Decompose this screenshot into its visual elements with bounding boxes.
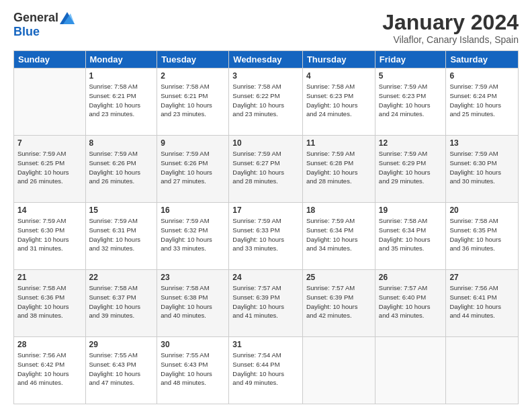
day-number: 22 [89,273,154,282]
day-number: 15 [89,205,154,215]
calendar-cell: 31Sunrise: 7:54 AM Sunset: 6:44 PM Dayli… [229,337,303,404]
day-number: 6 [449,71,515,81]
calendar-cell [14,68,86,136]
day-number: 11 [306,138,371,148]
calendar-header-wednesday: Wednesday [229,51,303,68]
day-detail: Sunrise: 7:55 AM Sunset: 6:43 PM Dayligh… [89,351,154,387]
month-year: January 2024 [382,11,519,34]
day-detail: Sunrise: 7:59 AM Sunset: 6:27 PM Dayligh… [232,149,299,186]
calendar-cell: 19Sunrise: 7:58 AM Sunset: 6:34 PM Dayli… [375,203,446,270]
day-detail: Sunrise: 7:58 AM Sunset: 6:23 PM Dayligh… [306,82,371,119]
day-number: 29 [89,340,154,349]
calendar-cell: 4Sunrise: 7:58 AM Sunset: 6:23 PM Daylig… [302,68,375,136]
day-detail: Sunrise: 7:59 AM Sunset: 6:30 PM Dayligh… [449,149,515,186]
calendar-header-row: SundayMondayTuesdayWednesdayThursdayFrid… [14,51,519,68]
day-number: 16 [161,205,225,215]
calendar-cell: 10Sunrise: 7:59 AM Sunset: 6:27 PM Dayli… [229,136,303,203]
day-number: 5 [379,71,443,81]
day-number: 24 [232,273,299,282]
day-detail: Sunrise: 7:59 AM Sunset: 6:25 PM Dayligh… [17,149,82,186]
calendar-header-saturday: Saturday [446,51,519,68]
title-block: January 2024 Vilaflor, Canary Islands, S… [382,11,519,45]
calendar-week-row: 28Sunrise: 7:56 AM Sunset: 6:42 PM Dayli… [14,337,519,404]
day-detail: Sunrise: 7:57 AM Sunset: 6:39 PM Dayligh… [306,283,371,320]
day-detail: Sunrise: 7:59 AM Sunset: 6:23 PM Dayligh… [379,82,443,119]
calendar-week-row: 1Sunrise: 7:58 AM Sunset: 6:21 PM Daylig… [14,68,519,136]
day-number: 1 [89,71,154,81]
calendar-cell: 15Sunrise: 7:59 AM Sunset: 6:31 PM Dayli… [85,203,157,270]
calendar-cell: 7Sunrise: 7:59 AM Sunset: 6:25 PM Daylig… [14,136,86,203]
calendar-week-row: 14Sunrise: 7:59 AM Sunset: 6:30 PM Dayli… [14,203,519,270]
calendar-cell: 21Sunrise: 7:58 AM Sunset: 6:36 PM Dayli… [14,270,86,337]
calendar-cell: 26Sunrise: 7:57 AM Sunset: 6:40 PM Dayli… [375,270,446,337]
calendar-week-row: 21Sunrise: 7:58 AM Sunset: 6:36 PM Dayli… [14,270,519,337]
calendar-header-monday: Monday [85,51,157,68]
logo-icon [60,12,75,24]
calendar-cell: 20Sunrise: 7:58 AM Sunset: 6:35 PM Dayli… [446,203,519,270]
day-detail: Sunrise: 7:58 AM Sunset: 6:21 PM Dayligh… [161,82,225,119]
day-number: 26 [379,273,443,282]
calendar-cell: 24Sunrise: 7:57 AM Sunset: 6:39 PM Dayli… [229,270,303,337]
calendar-table: SundayMondayTuesdayWednesdayThursdayFrid… [13,50,519,404]
day-detail: Sunrise: 7:59 AM Sunset: 6:29 PM Dayligh… [379,149,443,186]
calendar-cell: 2Sunrise: 7:58 AM Sunset: 6:21 PM Daylig… [157,68,229,136]
day-number: 31 [232,340,299,349]
calendar-cell: 28Sunrise: 7:56 AM Sunset: 6:42 PM Dayli… [14,337,86,404]
calendar-cell: 5Sunrise: 7:59 AM Sunset: 6:23 PM Daylig… [375,68,446,136]
calendar-cell: 3Sunrise: 7:58 AM Sunset: 6:22 PM Daylig… [229,68,303,136]
day-number: 18 [306,205,371,215]
day-number: 21 [17,273,82,282]
calendar-header-thursday: Thursday [302,51,375,68]
day-detail: Sunrise: 7:59 AM Sunset: 6:33 PM Dayligh… [232,216,299,253]
day-number: 27 [449,273,515,282]
day-detail: Sunrise: 7:57 AM Sunset: 6:40 PM Dayligh… [379,283,443,320]
calendar-header-tuesday: Tuesday [157,51,229,68]
day-number: 23 [161,273,225,282]
calendar-cell: 30Sunrise: 7:55 AM Sunset: 6:43 PM Dayli… [157,337,229,404]
calendar-cell: 18Sunrise: 7:59 AM Sunset: 6:34 PM Dayli… [302,203,375,270]
day-number: 19 [379,205,443,215]
calendar-cell: 11Sunrise: 7:59 AM Sunset: 6:28 PM Dayli… [302,136,375,203]
logo-blue-text: Blue [13,25,40,39]
calendar-cell: 29Sunrise: 7:55 AM Sunset: 6:43 PM Dayli… [85,337,157,404]
day-number: 13 [449,138,515,148]
calendar-week-row: 7Sunrise: 7:59 AM Sunset: 6:25 PM Daylig… [14,136,519,203]
day-detail: Sunrise: 7:58 AM Sunset: 6:38 PM Dayligh… [161,283,225,320]
day-detail: Sunrise: 7:59 AM Sunset: 6:31 PM Dayligh… [89,216,154,253]
calendar-cell: 23Sunrise: 7:58 AM Sunset: 6:38 PM Dayli… [157,270,229,337]
calendar-cell: 13Sunrise: 7:59 AM Sunset: 6:30 PM Dayli… [446,136,519,203]
day-number: 14 [17,205,82,215]
calendar-header-friday: Friday [375,51,446,68]
day-detail: Sunrise: 7:58 AM Sunset: 6:36 PM Dayligh… [17,283,82,320]
day-number: 17 [232,205,299,215]
calendar-cell: 16Sunrise: 7:59 AM Sunset: 6:32 PM Dayli… [157,203,229,270]
calendar-cell: 22Sunrise: 7:58 AM Sunset: 6:37 PM Dayli… [85,270,157,337]
day-number: 8 [89,138,154,148]
day-number: 12 [379,138,443,148]
calendar-cell: 14Sunrise: 7:59 AM Sunset: 6:30 PM Dayli… [14,203,86,270]
calendar-cell: 12Sunrise: 7:59 AM Sunset: 6:29 PM Dayli… [375,136,446,203]
day-detail: Sunrise: 7:57 AM Sunset: 6:39 PM Dayligh… [232,283,299,320]
day-detail: Sunrise: 7:56 AM Sunset: 6:42 PM Dayligh… [17,351,82,387]
calendar-cell: 1Sunrise: 7:58 AM Sunset: 6:21 PM Daylig… [85,68,157,136]
day-detail: Sunrise: 7:59 AM Sunset: 6:32 PM Dayligh… [161,216,225,253]
day-number: 7 [17,138,82,148]
day-detail: Sunrise: 7:59 AM Sunset: 6:34 PM Dayligh… [306,216,371,253]
calendar-cell [375,337,446,404]
page: General Blue January 2024 Vilaflor, Cana… [0,0,532,411]
day-number: 2 [161,71,225,81]
calendar-cell [446,337,519,404]
day-number: 28 [17,340,82,349]
day-number: 3 [232,71,299,81]
location: Vilaflor, Canary Islands, Spain [382,34,519,45]
day-detail: Sunrise: 7:58 AM Sunset: 6:34 PM Dayligh… [379,216,443,253]
day-detail: Sunrise: 7:59 AM Sunset: 6:30 PM Dayligh… [17,216,82,253]
day-number: 4 [306,71,371,81]
logo-general-text: General [13,11,58,25]
day-number: 10 [232,138,299,148]
day-detail: Sunrise: 7:58 AM Sunset: 6:22 PM Dayligh… [232,82,299,119]
day-detail: Sunrise: 7:59 AM Sunset: 6:24 PM Dayligh… [449,82,515,119]
calendar-header-sunday: Sunday [14,51,86,68]
day-detail: Sunrise: 7:58 AM Sunset: 6:37 PM Dayligh… [89,283,154,320]
day-detail: Sunrise: 7:56 AM Sunset: 6:41 PM Dayligh… [449,283,515,320]
